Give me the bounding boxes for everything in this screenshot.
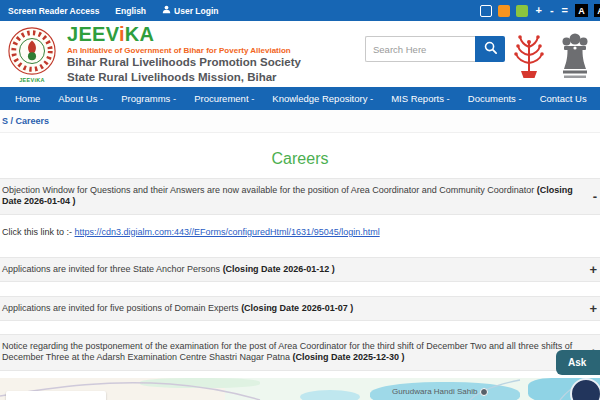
collapse-icon[interactable]: - xyxy=(593,190,597,203)
jeevika-careers-page: Screen Reader Access English User Login … xyxy=(0,0,600,400)
ashoka-emblem-icon xyxy=(560,31,590,85)
nav-mis-reports[interactable]: MIS Reports - xyxy=(382,87,459,110)
expand-icon[interactable]: + xyxy=(589,263,597,276)
expand-icon[interactable]: + xyxy=(589,302,597,315)
user-login-link[interactable]: User Login xyxy=(162,5,218,16)
search-input[interactable] xyxy=(365,36,475,62)
font-decrease-button[interactable]: - xyxy=(549,5,555,16)
breadcrumb-bar: S / Careers xyxy=(0,110,600,133)
ask-button[interactable]: Ask xyxy=(556,350,600,375)
career-item-exam-postponement[interactable]: Notice regarding the postponement of the… xyxy=(0,334,600,371)
user-login-label: User Login xyxy=(174,6,218,16)
map-poi-label[interactable]: Gurudwara Handi Sahib xyxy=(392,387,488,396)
font-reset-button[interactable]: = xyxy=(561,5,569,16)
nav-about-us[interactable]: About Us - xyxy=(49,87,112,110)
theme-orange-button[interactable] xyxy=(498,5,510,17)
chat-avatar[interactable] xyxy=(570,378,600,400)
career-item-objection-window[interactable]: Objection Window for Questions and their… xyxy=(0,178,600,215)
nav-documents[interactable]: Documents - xyxy=(459,87,531,110)
map-search-box[interactable] xyxy=(6,391,106,400)
career-item-text: Applications are invited for five positi… xyxy=(2,303,584,314)
career-item-text: Notice regarding the postponement of the… xyxy=(2,341,584,364)
org-name-line1: Bihar Rural Livelihoods Promotion Societ… xyxy=(67,55,301,69)
top-utility-bar: Screen Reader Access English User Login … xyxy=(0,0,600,21)
footer-map[interactable]: Gurudwara Handi Sahib xyxy=(0,378,600,400)
career-item-text: Objection Window for Questions and their… xyxy=(2,185,584,208)
org-name-line2: State Rural Livelihoods Mission, Bihar xyxy=(67,70,301,84)
site-search xyxy=(365,36,505,62)
application-form-link[interactable]: https://cdn3.digialm.com:443//EForms/con… xyxy=(75,227,380,237)
user-icon xyxy=(162,5,171,16)
search-button[interactable] xyxy=(475,36,505,62)
language-link[interactable]: English xyxy=(115,6,146,16)
bihar-govt-emblem-icon xyxy=(512,33,546,83)
career-item-text: Applications are invited for three State… xyxy=(2,264,584,275)
nav-programms[interactable]: Programms - xyxy=(112,87,185,110)
nav-procurement[interactable]: Procurement - xyxy=(185,87,263,110)
career-item-link-row: Click this link to :- https://cdn3.digia… xyxy=(0,227,600,237)
theme-green-button[interactable] xyxy=(516,5,528,17)
contrast-dark-button[interactable]: A xyxy=(575,4,588,17)
search-icon xyxy=(483,40,498,58)
nav-knowledge-repository[interactable]: Knowledge Repository - xyxy=(263,87,382,110)
brand-title: JEEViKA xyxy=(67,24,301,44)
career-item-state-anchor-persons[interactable]: Applications are invited for three State… xyxy=(0,257,600,282)
font-increase-button[interactable]: + xyxy=(534,5,542,16)
theme-default-button[interactable] xyxy=(480,5,492,17)
jeevika-logo[interactable]: JEEViKA xyxy=(5,26,59,83)
screen-reader-access-link[interactable]: Screen Reader Access xyxy=(8,6,99,16)
jeevika-emblem-icon xyxy=(7,62,57,79)
brand-tagline: An Initiative of Government of Bihar for… xyxy=(67,46,301,55)
page-title: Careers xyxy=(0,150,600,168)
nav-home[interactable]: Home xyxy=(6,87,49,110)
link-prefix-text: Click this link to :- xyxy=(2,227,75,237)
career-item-domain-experts[interactable]: Applications are invited for five positi… xyxy=(0,296,600,321)
map-pin-icon xyxy=(480,388,488,396)
main-nav: Home About Us - Programms - Procurement … xyxy=(0,87,600,110)
nav-contact-us[interactable]: Contact Us xyxy=(531,87,596,110)
nav-career[interactable]: Career xyxy=(596,87,600,110)
contrast-light-button[interactable]: A xyxy=(594,4,600,17)
site-header: JEEViKA JEEViKA An Initiative of Governm… xyxy=(0,21,600,87)
map-poi-name: Gurudwara Handi Sahib xyxy=(392,387,477,396)
breadcrumb[interactable]: S / Careers xyxy=(2,116,49,126)
